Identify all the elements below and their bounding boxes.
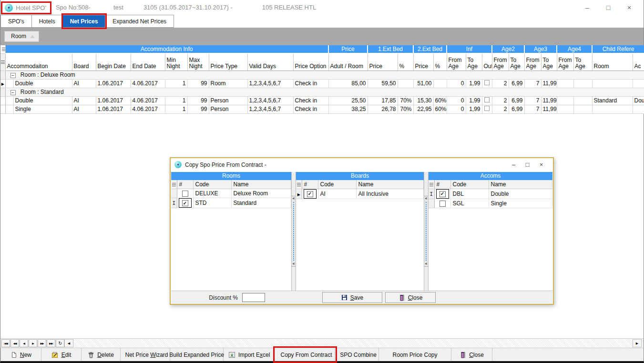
nav-next-button[interactable]: ▶: [29, 339, 37, 347]
collapse-icon[interactable]: −: [10, 90, 16, 95]
col-inf-from-age[interactable]: From Age: [447, 53, 466, 71]
col-age2-from[interactable]: From Age: [492, 53, 509, 71]
col-name[interactable]: Name: [231, 180, 291, 189]
col-end-date[interactable]: End Date: [131, 53, 165, 71]
column-chooser-icon[interactable]: [296, 180, 302, 189]
close-icon[interactable]: ×: [619, 0, 640, 15]
nav-last-button[interactable]: ▶▶|: [47, 339, 55, 347]
col-price-option[interactable]: Price Option: [293, 53, 328, 71]
new-button[interactable]: New: [0, 348, 41, 361]
app-title-highlight: ▼ Hotel SPO': [1, 1, 51, 14]
tab-net-prices[interactable]: Net Prices: [63, 15, 106, 28]
col-out[interactable]: Out: [482, 53, 492, 71]
table-row[interactable]: ▶ DoubleAI 1.06.20174.06.2017 199 Room1,…: [0, 79, 644, 88]
delete-button[interactable]: Delete: [82, 348, 121, 361]
copy-from-contract-button[interactable]: Copy From Contract: [275, 348, 335, 361]
hscroll-right-icon[interactable]: ▶: [633, 339, 642, 347]
out-checkbox[interactable]: [484, 97, 490, 102]
checkbox[interactable]: ✓: [182, 200, 188, 206]
col-code[interactable]: Code: [193, 180, 231, 189]
col-extbed2-price[interactable]: Price: [413, 53, 433, 71]
col-code[interactable]: Code: [318, 180, 356, 189]
checkbox[interactable]: ✓: [307, 191, 313, 197]
list-item[interactable]: I ✓ STD Standard: [171, 198, 291, 208]
spo-combine-button[interactable]: SPO Combine: [335, 348, 379, 361]
nav-next-page-button[interactable]: ▶▶: [38, 339, 46, 347]
edit-button[interactable]: Edit: [41, 348, 82, 361]
tab-hotels[interactable]: Hotels: [32, 15, 63, 28]
nav-prior-button[interactable]: ◀: [20, 339, 28, 347]
dialog-close-button[interactable]: Close: [385, 292, 436, 303]
out-checkbox[interactable]: [484, 80, 490, 85]
tab-spos[interactable]: SPO's: [0, 15, 32, 28]
dialog-maximize-icon[interactable]: □: [521, 158, 534, 171]
splitter[interactable]: < <: [291, 172, 296, 291]
hscroll-track[interactable]: [74, 339, 632, 347]
col-check[interactable]: #: [302, 180, 318, 189]
collapse-icon[interactable]: −: [10, 73, 16, 78]
col-code[interactable]: Code: [450, 180, 489, 189]
col-board[interactable]: Board: [72, 53, 96, 71]
import-excel-button[interactable]: X Import Excel: [224, 348, 275, 361]
tab-expanded-net-prices[interactable]: Expanded Net Prices: [105, 15, 174, 28]
column-chooser-icon[interactable]: [0, 53, 5, 71]
col-age4-to[interactable]: To Age: [573, 53, 592, 71]
column-chooser-icon[interactable]: [171, 180, 177, 189]
col-name[interactable]: Name: [356, 180, 424, 189]
nav-prior-page-button[interactable]: ◀◀: [10, 339, 19, 347]
room-price-copy-button[interactable]: Room Price Copy: [379, 348, 451, 361]
group-row-standard[interactable]: − Room : Standard: [0, 88, 644, 96]
col-valid-days[interactable]: Valid Days: [247, 53, 293, 71]
col-age4-from[interactable]: From Age: [557, 53, 573, 71]
dialog-titlebar: ▼ Copy Spo Price From Contract - – □ ×: [171, 158, 553, 171]
col-childref-room[interactable]: Room: [592, 53, 633, 71]
list-item[interactable]: DELUXE Deluxe Room: [171, 189, 291, 198]
col-inf-to-age[interactable]: To Age: [466, 53, 482, 71]
group-row-deluxe[interactable]: − Room : Deluxe Room: [0, 71, 644, 79]
col-childref-accom[interactable]: Ac: [633, 53, 644, 71]
checkbox[interactable]: [182, 191, 188, 197]
dialog-close-icon[interactable]: ×: [534, 158, 548, 171]
col-check[interactable]: #: [177, 180, 193, 189]
maximize-icon[interactable]: □: [598, 0, 619, 15]
band-age3: Age3: [524, 45, 557, 53]
titlebar: ▼ Hotel SPO' Spo No:508- test 3105 (31.0…: [0, 0, 644, 15]
checkbox[interactable]: ✓: [440, 191, 446, 197]
col-age3-to[interactable]: To Age: [541, 53, 557, 71]
col-begin-date[interactable]: Begin Date: [96, 53, 131, 71]
col-accommodaiton[interactable]: Accommodaiton: [5, 53, 72, 71]
list-item[interactable]: I ✓ DBL Double: [429, 189, 552, 199]
net-price-wizard-button[interactable]: Net Price Wizard: [121, 348, 170, 361]
close-button[interactable]: Close: [451, 348, 492, 361]
checkbox[interactable]: [440, 201, 446, 207]
col-extbed1-price[interactable]: Price: [368, 53, 398, 71]
out-checkbox[interactable]: [484, 106, 490, 111]
list-item[interactable]: ▶ ✓ AI All Inclusive: [296, 189, 424, 199]
nav-first-button[interactable]: |◀◀: [1, 339, 10, 347]
col-extbed1-pct[interactable]: %: [398, 53, 413, 71]
list-item[interactable]: SGL Single: [429, 199, 552, 208]
band-header-row: Accommodation Info Price 1.Ext Bed 2.Ext…: [0, 45, 644, 53]
col-max-night[interactable]: Max Night: [187, 53, 209, 71]
table-row[interactable]: SingleAI 1.06.20174.06.2017 199 Person1,…: [0, 105, 644, 113]
col-check[interactable]: #: [434, 180, 450, 189]
col-name[interactable]: Name: [489, 180, 552, 189]
build-expanded-price-button[interactable]: Build Expanded Price: [170, 348, 224, 361]
column-chooser-icon[interactable]: [0, 45, 5, 53]
hscroll-left-icon[interactable]: ◀: [64, 339, 73, 347]
minimize-icon[interactable]: –: [577, 0, 598, 15]
col-adult-room[interactable]: Adult / Room: [328, 53, 368, 71]
column-chooser-icon[interactable]: [429, 180, 434, 189]
col-min-night[interactable]: Min Night: [165, 53, 187, 71]
nav-refresh-button[interactable]: ↻: [56, 339, 64, 347]
splitter[interactable]: < <: [424, 172, 429, 291]
col-price-type[interactable]: Price Type: [209, 53, 247, 71]
col-age2-to[interactable]: To Age: [509, 53, 524, 71]
discount-input[interactable]: [242, 293, 265, 302]
col-extbed2-pct[interactable]: %: [433, 53, 447, 71]
col-age3-from[interactable]: From Age: [524, 53, 541, 71]
table-row[interactable]: DoubleAI 1.06.20174.06.2017 199 Person1,…: [0, 96, 644, 105]
group-chip-room[interactable]: Room: [4, 31, 39, 42]
save-button[interactable]: Save: [322, 292, 382, 303]
dialog-minimize-icon[interactable]: –: [507, 158, 521, 171]
